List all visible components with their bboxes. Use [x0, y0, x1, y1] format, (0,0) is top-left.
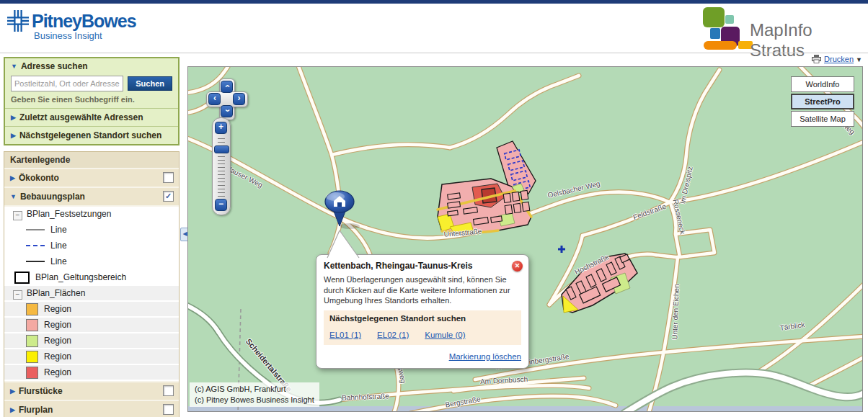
- tree-label: Region: [44, 320, 71, 330]
- tree-label: Region: [44, 351, 71, 362]
- address-search-header[interactable]: ▼Adresse suchen: [5, 58, 178, 73]
- search-hint: Geben Sie einen Suchbegriff ein.: [5, 94, 178, 108]
- copyright-line: (c) Pitney Bowes Business Insight: [195, 395, 314, 405]
- tree-label: Region: [44, 336, 71, 346]
- triangle-right-icon: ▶: [10, 406, 15, 413]
- region-swatch: [26, 319, 38, 331]
- map-info-popup: Kettenbach, Rheingau-Taunus-Kreis ✕ Wenn…: [316, 254, 529, 369]
- tree-label: Region: [44, 304, 71, 314]
- search-button[interactable]: Suchen: [128, 76, 172, 91]
- app: { "colors": { "topbar_blue": "#1e3c78", …: [0, 0, 868, 417]
- search-row: Suchen: [5, 73, 178, 94]
- legend-rect-item: BPlan_Geltungsbereich: [4, 270, 179, 286]
- legend-tree: −BPlan_Festsetzungen Line Line Line BPla…: [4, 207, 179, 381]
- address-search-title: Adresse suchen: [21, 61, 88, 71]
- zoom-control: + −: [212, 117, 231, 215]
- water-strip: [188, 406, 862, 411]
- group-label: Bebauungsplan: [20, 192, 85, 202]
- region-swatch: [26, 303, 38, 315]
- legend-region-item: Region: [4, 302, 179, 318]
- region-swatch: [26, 367, 38, 379]
- cross-marker: [558, 246, 565, 253]
- clear-marker-row: Markierung löschen: [324, 349, 521, 362]
- address-search-panel: ▼Adresse suchen Suchen Geben Sie einen S…: [4, 57, 180, 145]
- chevron-up-icon: ›: [222, 85, 231, 88]
- triangle-right-icon: ▶: [11, 132, 16, 139]
- pan-right-button[interactable]: ›: [233, 93, 245, 105]
- tree-label: Line: [50, 256, 67, 266]
- legend-group-oekokonto[interactable]: ▶Ökokonto: [4, 169, 179, 188]
- legend-group-flurplan[interactable]: ▶Flurplan: [4, 401, 179, 417]
- pan-up-button[interactable]: ›: [221, 81, 233, 93]
- layer-button-streetpro[interactable]: StreetPro: [791, 94, 854, 109]
- line-swatch: [26, 261, 45, 262]
- section-label: Zuletzt ausgewählte Adressen: [19, 112, 143, 122]
- legend-region-item: Region: [4, 333, 179, 349]
- region-swatch: [26, 351, 38, 363]
- pan-left-button[interactable]: ›: [208, 93, 221, 105]
- zoom-in-button[interactable]: +: [215, 122, 227, 134]
- legend-group-bebauungsplan[interactable]: ▼Bebauungsplan✓: [4, 188, 179, 207]
- layer-button-satellite[interactable]: Satellite Map: [791, 111, 854, 127]
- collapse-minus-icon[interactable]: −: [13, 290, 22, 300]
- legend-region-item: Region: [4, 318, 179, 333]
- layer-selector: WorldInfo StreetPro Satellite Map: [791, 76, 854, 128]
- close-icon[interactable]: ✕: [512, 261, 523, 272]
- legend-tree-folder[interactable]: −BPlan_Festsetzungen: [4, 207, 179, 223]
- group-label: Flurstücke: [19, 386, 63, 396]
- collapse-minus-icon[interactable]: −: [13, 211, 22, 220]
- brand-tagline: Business Insight: [34, 30, 102, 41]
- pan-control: › › › ›: [206, 79, 248, 120]
- print-link[interactable]: Drucken: [824, 55, 854, 63]
- bplan-main-cluster: [438, 179, 531, 235]
- tree-label: Region: [44, 367, 71, 377]
- tree-label: BPlan_Festsetzungen: [27, 209, 111, 219]
- copyright-line: (c) AGIS GmbH, Frankfurt: [195, 384, 314, 395]
- link-kumule[interactable]: Kumule (0): [425, 331, 465, 339]
- triangle-right-icon: ▶: [10, 387, 15, 395]
- link-el02[interactable]: EL02 (1): [377, 331, 409, 339]
- chevron-down-icon: ›: [222, 109, 231, 112]
- layer-button-worldinfo[interactable]: WorldInfo: [791, 76, 854, 92]
- region-swatch: [26, 335, 38, 347]
- rect-swatch: [14, 272, 30, 284]
- legend-line-item: Line: [4, 254, 179, 270]
- tree-label: BPlan_Flächen: [27, 288, 85, 298]
- checkbox-unchecked[interactable]: [163, 385, 174, 396]
- header-divider: [0, 53, 868, 53]
- triangle-right-icon: ▶: [10, 174, 15, 181]
- popup-title: Kettenbach, Rheingau-Taunus-Kreis: [324, 261, 521, 271]
- tree-label: Line: [50, 225, 67, 235]
- triangle-down-icon: ▼: [10, 193, 17, 200]
- nearest-location-box: Nächstgelegenen Standort suchen EL01 (1)…: [324, 310, 521, 345]
- checkbox-unchecked[interactable]: [163, 172, 174, 183]
- checkbox-checked[interactable]: ✓: [163, 191, 174, 202]
- map-canvas[interactable]: Hauser WegUnterstraßeOelsbacher WegFelds…: [187, 66, 863, 412]
- nearest-location-section[interactable]: ▶Nächstgelegenen Standort suchen: [5, 126, 178, 144]
- map-legend-panel: Kartenlegende ▶Ökokonto ▼Bebauungsplan✓ …: [4, 151, 180, 417]
- link-el01[interactable]: EL01 (1): [329, 331, 361, 339]
- triangle-down-icon: ▼: [11, 63, 17, 70]
- section-label: Nächstgelegenen Standort suchen: [19, 130, 161, 140]
- legend-region-item: Region: [4, 365, 179, 381]
- print-toolbar: Drucken▼: [786, 55, 862, 66]
- chevron-right-icon: ›: [238, 94, 241, 103]
- zoom-out-button[interactable]: −: [215, 199, 227, 211]
- legend-group-flurstuecke[interactable]: ▶Flurstücke: [4, 381, 179, 401]
- legend-tree-folder[interactable]: −BPlan_Flächen: [4, 286, 179, 302]
- recent-addresses-section[interactable]: ▶Zuletzt ausgewählte Adressen: [5, 108, 178, 126]
- line-swatch: [26, 229, 45, 230]
- legend-line-item: Line: [4, 238, 179, 254]
- pitney-bowes-logo-icon: [7, 10, 29, 35]
- chevron-left-icon: ›: [213, 94, 216, 103]
- pan-down-button[interactable]: ›: [221, 105, 233, 117]
- address-search-input[interactable]: [11, 76, 123, 91]
- clear-marker-link[interactable]: Markierung löschen: [449, 352, 521, 361]
- triangle-right-icon: ▶: [11, 114, 16, 121]
- group-label: Ökokonto: [19, 173, 59, 183]
- copyright-box: (c) AGIS GmbH, Frankfurt (c) Pitney Bowe…: [190, 382, 319, 407]
- zoom-slider-handle[interactable]: [214, 145, 229, 153]
- line-swatch: [26, 245, 45, 246]
- checkbox-unchecked[interactable]: [163, 404, 174, 415]
- caret-down-icon[interactable]: ▼: [856, 56, 862, 63]
